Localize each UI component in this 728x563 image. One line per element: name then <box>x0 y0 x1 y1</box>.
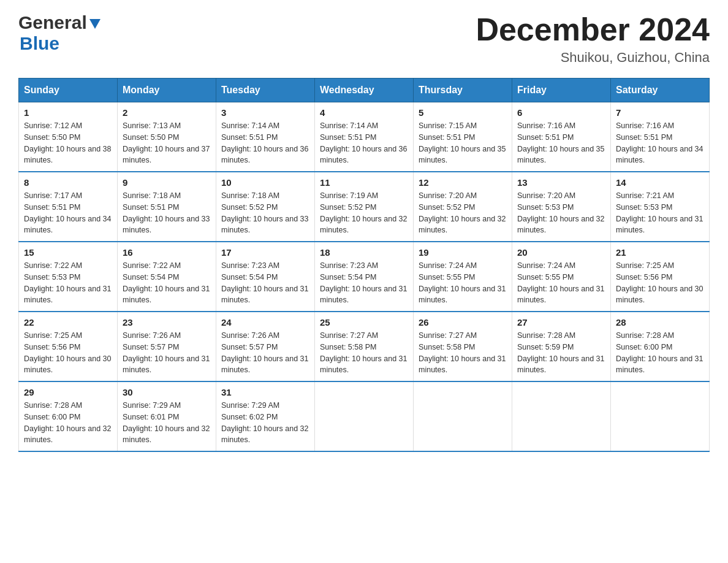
day-info: Sunrise: 7:22 AMSunset: 5:54 PMDaylight:… <box>123 260 211 306</box>
day-number: 27 <box>517 317 605 327</box>
location-text: Shuikou, Guizhou, China <box>476 50 710 66</box>
table-row: 8Sunrise: 7:17 AMSunset: 5:51 PMDaylight… <box>19 172 118 242</box>
day-number: 3 <box>221 107 309 118</box>
day-number: 16 <box>123 247 211 258</box>
table-row: 24Sunrise: 7:26 AMSunset: 5:57 PMDayligh… <box>216 312 315 381</box>
day-info: Sunrise: 7:13 AMSunset: 5:50 PMDaylight:… <box>123 120 211 166</box>
col-tuesday: Tuesday <box>216 79 315 102</box>
day-info: Sunrise: 7:23 AMSunset: 5:54 PMDaylight:… <box>320 260 408 306</box>
day-info: Sunrise: 7:16 AMSunset: 5:51 PMDaylight:… <box>517 120 605 166</box>
table-row: 26Sunrise: 7:27 AMSunset: 5:58 PMDayligh… <box>414 312 512 381</box>
day-number: 26 <box>419 317 507 327</box>
day-number: 11 <box>320 177 408 188</box>
table-row: 12Sunrise: 7:20 AMSunset: 5:52 PMDayligh… <box>414 172 512 242</box>
page-header: General Blue December 2024 Shuikou, Guiz… <box>18 12 710 66</box>
day-number: 4 <box>320 107 408 118</box>
col-thursday: Thursday <box>414 79 512 102</box>
day-number: 7 <box>616 107 704 118</box>
title-section: December 2024 Shuikou, Guizhou, China <box>476 12 710 66</box>
day-info: Sunrise: 7:26 AMSunset: 5:57 PMDaylight:… <box>221 330 309 376</box>
day-info: Sunrise: 7:28 AMSunset: 6:00 PMDaylight:… <box>24 400 112 446</box>
calendar-week-row: 1Sunrise: 7:12 AMSunset: 5:50 PMDaylight… <box>19 102 710 172</box>
col-friday: Friday <box>512 79 611 102</box>
day-number: 14 <box>616 177 704 188</box>
day-number: 24 <box>221 317 309 327</box>
calendar-week-row: 8Sunrise: 7:17 AMSunset: 5:51 PMDaylight… <box>19 172 710 242</box>
day-number: 9 <box>123 177 211 188</box>
calendar-header-row: Sunday Monday Tuesday Wednesday Thursday… <box>19 79 710 102</box>
day-number: 19 <box>419 247 507 258</box>
table-row: 1Sunrise: 7:12 AMSunset: 5:50 PMDaylight… <box>19 102 118 172</box>
table-row: 22Sunrise: 7:25 AMSunset: 5:56 PMDayligh… <box>19 312 118 381</box>
day-info: Sunrise: 7:24 AMSunset: 5:55 PMDaylight:… <box>517 260 605 306</box>
col-monday: Monday <box>118 79 216 102</box>
day-number: 5 <box>419 107 507 118</box>
svg-marker-0 <box>89 19 100 29</box>
table-row: 6Sunrise: 7:16 AMSunset: 5:51 PMDaylight… <box>512 102 611 172</box>
table-row <box>611 381 710 451</box>
day-number: 17 <box>221 247 309 258</box>
month-title: December 2024 <box>476 12 710 47</box>
day-info: Sunrise: 7:25 AMSunset: 5:56 PMDaylight:… <box>24 330 112 376</box>
table-row <box>414 381 512 451</box>
day-number: 22 <box>24 317 112 327</box>
day-info: Sunrise: 7:14 AMSunset: 5:51 PMDaylight:… <box>320 120 408 166</box>
table-row: 11Sunrise: 7:19 AMSunset: 5:52 PMDayligh… <box>315 172 414 242</box>
day-info: Sunrise: 7:20 AMSunset: 5:52 PMDaylight:… <box>419 190 507 236</box>
day-info: Sunrise: 7:22 AMSunset: 5:53 PMDaylight:… <box>24 260 112 306</box>
day-info: Sunrise: 7:28 AMSunset: 6:00 PMDaylight:… <box>616 330 704 376</box>
table-row: 15Sunrise: 7:22 AMSunset: 5:53 PMDayligh… <box>19 242 118 312</box>
logo-general: General <box>18 12 87 33</box>
day-number: 12 <box>419 177 507 188</box>
day-info: Sunrise: 7:19 AMSunset: 5:52 PMDaylight:… <box>320 190 408 236</box>
day-number: 18 <box>320 247 408 258</box>
table-row: 17Sunrise: 7:23 AMSunset: 5:54 PMDayligh… <box>216 242 315 312</box>
day-info: Sunrise: 7:26 AMSunset: 5:57 PMDaylight:… <box>123 330 211 376</box>
col-wednesday: Wednesday <box>315 79 414 102</box>
table-row: 14Sunrise: 7:21 AMSunset: 5:53 PMDayligh… <box>611 172 710 242</box>
day-info: Sunrise: 7:17 AMSunset: 5:51 PMDaylight:… <box>24 190 112 236</box>
table-row: 21Sunrise: 7:25 AMSunset: 5:56 PMDayligh… <box>611 242 710 312</box>
day-number: 2 <box>123 107 211 118</box>
day-number: 23 <box>123 317 211 327</box>
day-number: 1 <box>24 107 112 118</box>
day-info: Sunrise: 7:25 AMSunset: 5:56 PMDaylight:… <box>616 260 704 306</box>
logo: General Blue <box>18 12 102 54</box>
day-number: 15 <box>24 247 112 258</box>
day-info: Sunrise: 7:27 AMSunset: 5:58 PMDaylight:… <box>320 330 408 376</box>
table-row: 25Sunrise: 7:27 AMSunset: 5:58 PMDayligh… <box>315 312 414 381</box>
day-info: Sunrise: 7:20 AMSunset: 5:53 PMDaylight:… <box>517 190 605 236</box>
table-row: 18Sunrise: 7:23 AMSunset: 5:54 PMDayligh… <box>315 242 414 312</box>
day-number: 6 <box>517 107 605 118</box>
table-row <box>512 381 611 451</box>
day-info: Sunrise: 7:18 AMSunset: 5:52 PMDaylight:… <box>221 190 309 236</box>
day-number: 25 <box>320 317 408 327</box>
day-number: 13 <box>517 177 605 188</box>
day-info: Sunrise: 7:27 AMSunset: 5:58 PMDaylight:… <box>419 330 507 376</box>
table-row: 16Sunrise: 7:22 AMSunset: 5:54 PMDayligh… <box>118 242 216 312</box>
table-row: 29Sunrise: 7:28 AMSunset: 6:00 PMDayligh… <box>19 381 118 451</box>
col-saturday: Saturday <box>611 79 710 102</box>
day-info: Sunrise: 7:24 AMSunset: 5:55 PMDaylight:… <box>419 260 507 306</box>
logo-blue-text: Blue <box>20 33 59 53</box>
day-info: Sunrise: 7:15 AMSunset: 5:51 PMDaylight:… <box>419 120 507 166</box>
logo-line2: Blue <box>18 33 59 54</box>
day-info: Sunrise: 7:18 AMSunset: 5:51 PMDaylight:… <box>123 190 211 236</box>
day-info: Sunrise: 7:29 AMSunset: 6:02 PMDaylight:… <box>221 400 309 446</box>
table-row: 28Sunrise: 7:28 AMSunset: 6:00 PMDayligh… <box>611 312 710 381</box>
table-row: 7Sunrise: 7:16 AMSunset: 5:51 PMDaylight… <box>611 102 710 172</box>
table-row: 19Sunrise: 7:24 AMSunset: 5:55 PMDayligh… <box>414 242 512 312</box>
table-row: 5Sunrise: 7:15 AMSunset: 5:51 PMDaylight… <box>414 102 512 172</box>
table-row: 2Sunrise: 7:13 AMSunset: 5:50 PMDaylight… <box>118 102 216 172</box>
logo-triangle-icon <box>88 17 102 30</box>
table-row: 31Sunrise: 7:29 AMSunset: 6:02 PMDayligh… <box>216 381 315 451</box>
calendar-week-row: 15Sunrise: 7:22 AMSunset: 5:53 PMDayligh… <box>19 242 710 312</box>
day-info: Sunrise: 7:12 AMSunset: 5:50 PMDaylight:… <box>24 120 112 166</box>
table-row: 23Sunrise: 7:26 AMSunset: 5:57 PMDayligh… <box>118 312 216 381</box>
day-number: 28 <box>616 317 704 327</box>
table-row <box>315 381 414 451</box>
calendar-week-row: 29Sunrise: 7:28 AMSunset: 6:00 PMDayligh… <box>19 381 710 451</box>
day-number: 31 <box>221 387 309 397</box>
day-number: 30 <box>123 387 211 397</box>
day-number: 20 <box>517 247 605 258</box>
